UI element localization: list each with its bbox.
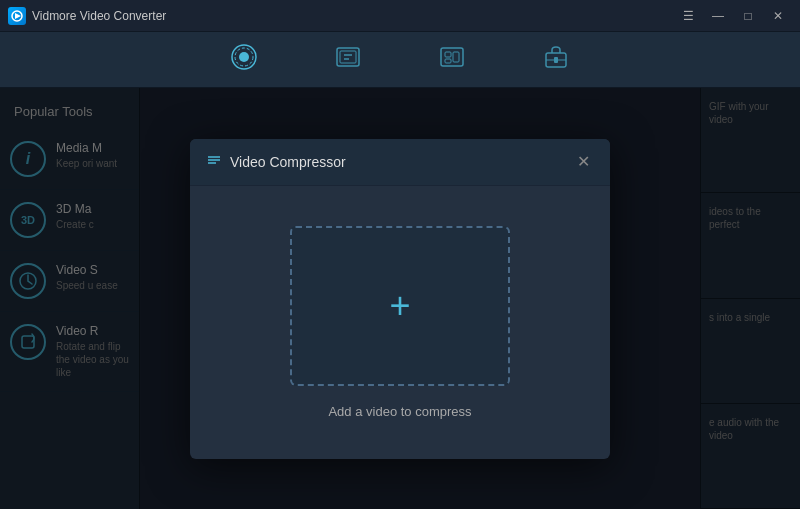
drop-plus-icon: + — [389, 288, 410, 324]
maximize-button[interactable]: □ — [734, 6, 762, 26]
convert-icon — [230, 43, 258, 77]
modal-title-icon — [206, 152, 222, 171]
toolbox-icon — [542, 43, 570, 77]
menu-button[interactable]: ☰ — [674, 6, 702, 26]
svg-rect-15 — [554, 57, 558, 63]
svg-rect-6 — [340, 51, 356, 63]
main-content: Popular Tools i Media M Keep ori want 3D… — [0, 88, 800, 509]
drop-zone[interactable]: + — [290, 226, 510, 386]
modal-title: Video Compressor — [230, 154, 346, 170]
modal-header: Video Compressor ✕ — [190, 139, 610, 186]
nav-crop[interactable] — [430, 39, 474, 81]
close-button[interactable]: ✕ — [764, 6, 792, 26]
modal-close-button[interactable]: ✕ — [572, 151, 594, 173]
window-controls: ☰ — □ ✕ — [674, 6, 792, 26]
minimize-button[interactable]: — — [704, 6, 732, 26]
svg-rect-11 — [453, 52, 459, 62]
svg-point-3 — [239, 52, 249, 62]
svg-rect-12 — [445, 59, 451, 63]
nav-toolbox[interactable] — [534, 39, 578, 81]
nav-enhance[interactable] — [326, 39, 370, 81]
nav-convert[interactable] — [222, 39, 266, 81]
crop-icon — [438, 43, 466, 77]
enhance-icon — [334, 43, 362, 77]
modal-overlay: Video Compressor ✕ + Add a video to comp… — [0, 88, 800, 509]
title-bar-left: Vidmore Video Converter — [8, 7, 166, 25]
svg-marker-1 — [15, 13, 21, 19]
nav-bar — [0, 32, 800, 88]
title-bar: Vidmore Video Converter ☰ — □ ✕ — [0, 0, 800, 32]
svg-rect-10 — [445, 52, 451, 57]
drop-zone-label: Add a video to compress — [328, 404, 471, 419]
app-title: Vidmore Video Converter — [32, 9, 166, 23]
app-icon — [8, 7, 26, 25]
modal-body: + Add a video to compress — [190, 186, 610, 459]
video-compressor-modal: Video Compressor ✕ + Add a video to comp… — [190, 139, 610, 459]
svg-rect-9 — [441, 48, 463, 66]
